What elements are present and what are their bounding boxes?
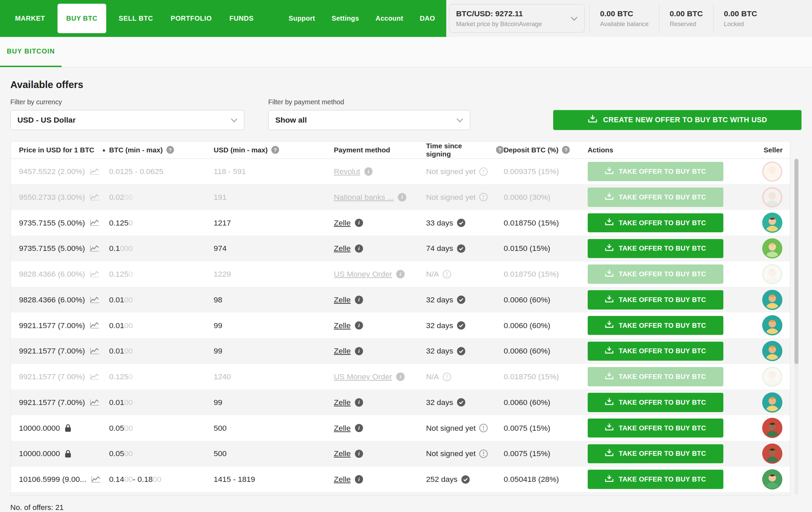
seller-avatar[interactable] <box>762 212 783 233</box>
seller-avatar[interactable] <box>762 187 783 208</box>
currency-filter-group: Filter by currency USD - US Dollar <box>10 98 245 130</box>
offer-btc-range: 0.0100 <box>109 295 213 304</box>
nav-item-market[interactable]: MARKET <box>6 0 54 37</box>
nav-item-funds[interactable]: FUNDS <box>221 0 263 37</box>
take-offer-button[interactable]: TAKE OFFER TO BUY BTC <box>588 316 723 335</box>
offer-usd-range: 1415 - 1819 <box>214 475 334 484</box>
seller-avatar[interactable] <box>762 495 783 496</box>
create-offer-icon <box>588 114 597 125</box>
nav-item-account[interactable]: Account <box>367 0 412 37</box>
market-price-selector[interactable]: BTC/USD: 9272.11 Market price by Bitcoin… <box>449 4 585 33</box>
currency-select[interactable]: USD - US Dollar <box>10 110 245 130</box>
tab-buy-bitcoin[interactable]: BUY BITCOIN <box>0 37 62 67</box>
nav-item-portfolio[interactable]: PORTFOLIO <box>162 0 221 37</box>
seller-avatar[interactable] <box>762 290 783 310</box>
nav-item-sell-btc[interactable]: SELL BTC <box>110 0 162 37</box>
header-price[interactable]: Price in USD for 1 BTC ▲ <box>11 146 109 154</box>
payment-method-link[interactable]: US Money Order <box>334 372 392 381</box>
header-deposit: Deposit BTC (%) ? <box>504 146 588 154</box>
info-icon[interactable]: i <box>396 270 404 278</box>
seller-avatar[interactable] <box>762 161 783 182</box>
table-scrollbar-thumb[interactable] <box>794 159 798 364</box>
nav-item-support[interactable]: Support <box>280 0 323 37</box>
payment-method-link[interactable]: Zelle <box>334 218 351 228</box>
nav-item-dao[interactable]: DAO <box>411 0 443 37</box>
payment-method-link[interactable]: Zelle <box>334 398 351 407</box>
seller-avatar[interactable] <box>762 238 783 259</box>
nav-item-buy-btc[interactable]: BUY BTC <box>58 4 106 33</box>
take-offer-button[interactable]: TAKE OFFER TO BUY BTC <box>588 495 723 496</box>
payment-method-link[interactable]: Zelle <box>334 295 351 304</box>
header-actions-label: Actions <box>588 146 613 154</box>
offer-actions-cell: TAKE OFFER TO BUY BTC <box>588 495 748 496</box>
help-icon[interactable]: ? <box>271 146 279 154</box>
take-offer-button[interactable]: TAKE OFFER TO BUY BTC <box>588 239 723 258</box>
table-row: 10106.5999 (9.00... 0.1400 - 0.1800 1415… <box>11 467 790 492</box>
verified-badge-icon <box>457 398 466 407</box>
info-icon[interactable]: i <box>355 244 363 253</box>
take-offer-button[interactable]: TAKE OFFER TO BUY BTC <box>588 367 723 386</box>
nav-item-settings[interactable]: Settings <box>323 0 367 37</box>
offer-payment-cell: Zelle i <box>334 449 426 458</box>
seller-avatar[interactable] <box>762 469 783 490</box>
payment-method-select[interactable]: Show all <box>268 110 470 130</box>
offer-price: 9921.1577 (7.00%) <box>19 398 85 407</box>
info-icon[interactable]: i <box>355 475 363 483</box>
offer-usd-range: 500 <box>214 424 334 433</box>
take-offer-button[interactable]: TAKE OFFER TO BUY BTC <box>588 188 723 207</box>
offer-price: 9921.1577 (7.00%) <box>19 321 85 330</box>
info-icon[interactable]: i <box>398 193 406 201</box>
table-row: 9828.4366 (6.00%) 0.1250 1229 US Money O… <box>11 261 790 287</box>
info-icon[interactable]: i <box>396 372 404 381</box>
payment-method-link[interactable]: National banks ... <box>334 193 394 202</box>
payment-method-link[interactable]: Revolut <box>334 167 360 176</box>
payment-method-link[interactable]: Zelle <box>334 424 351 433</box>
info-icon[interactable]: i <box>355 424 363 432</box>
offer-usd-range: 1217 <box>214 218 334 228</box>
info-icon[interactable]: i <box>355 321 363 329</box>
info-icon[interactable]: i <box>364 167 373 175</box>
info-icon[interactable]: i <box>355 398 363 406</box>
payment-method-link[interactable]: US Money Order <box>334 270 392 279</box>
payment-method-link[interactable]: Zelle <box>334 475 351 484</box>
warning-icon <box>479 424 488 432</box>
take-offer-button[interactable]: TAKE OFFER TO BUY BTC <box>588 264 723 284</box>
take-offer-button[interactable]: TAKE OFFER TO BUY BTC <box>588 470 723 489</box>
info-icon[interactable]: i <box>355 219 363 227</box>
take-offer-button[interactable]: TAKE OFFER TO BUY BTC <box>588 162 723 181</box>
take-offer-button[interactable]: TAKE OFFER TO BUY BTC <box>588 342 723 361</box>
payment-method-link[interactable]: Zelle <box>334 244 351 253</box>
price-chart-icon <box>90 271 99 278</box>
take-offer-button[interactable]: TAKE OFFER TO BUY BTC <box>588 393 723 412</box>
take-offer-label: TAKE OFFER TO BUY BTC <box>619 424 706 432</box>
seller-avatar[interactable] <box>762 443 783 464</box>
take-offer-button[interactable]: TAKE OFFER TO BUY BTC <box>588 213 723 233</box>
seller-avatar[interactable] <box>762 264 783 284</box>
offer-signing-time: Not signed yet <box>426 449 476 458</box>
offer-signing-cell: N/A <box>426 372 504 381</box>
create-offer-button[interactable]: CREATE NEW OFFER TO BUY BTC WITH USD <box>553 110 802 130</box>
help-icon[interactable]: ? <box>496 146 504 154</box>
take-offer-button[interactable]: TAKE OFFER TO BUY BTC <box>588 444 723 464</box>
seller-avatar[interactable] <box>762 418 783 438</box>
info-icon[interactable]: i <box>355 450 363 458</box>
seller-avatar[interactable] <box>762 366 783 387</box>
header-btc-label: BTC (min - max) <box>109 146 162 154</box>
seller-avatar[interactable] <box>762 315 783 336</box>
header-payment: Payment method <box>334 146 426 154</box>
take-offer-button[interactable]: TAKE OFFER TO BUY BTC <box>588 290 723 310</box>
info-icon[interactable]: i <box>355 296 363 304</box>
payment-method-link[interactable]: Zelle <box>334 449 351 458</box>
payment-method-link[interactable]: Zelle <box>334 346 351 356</box>
take-offer-button[interactable]: TAKE OFFER TO BUY BTC <box>588 419 723 438</box>
payment-method-link[interactable]: Zelle <box>334 321 351 330</box>
seller-avatar[interactable] <box>762 392 783 413</box>
help-icon[interactable]: ? <box>166 146 174 154</box>
help-icon[interactable]: ? <box>562 146 570 154</box>
offer-btc-range: 0.1250 <box>109 372 213 381</box>
info-icon[interactable]: i <box>355 347 363 355</box>
offer-actions-cell: TAKE OFFER TO BUY BTC <box>588 316 748 335</box>
balance-locked-value: 0.00 BTC <box>724 9 757 18</box>
offer-usd-range: 99 <box>214 346 334 356</box>
seller-avatar[interactable] <box>762 341 783 361</box>
